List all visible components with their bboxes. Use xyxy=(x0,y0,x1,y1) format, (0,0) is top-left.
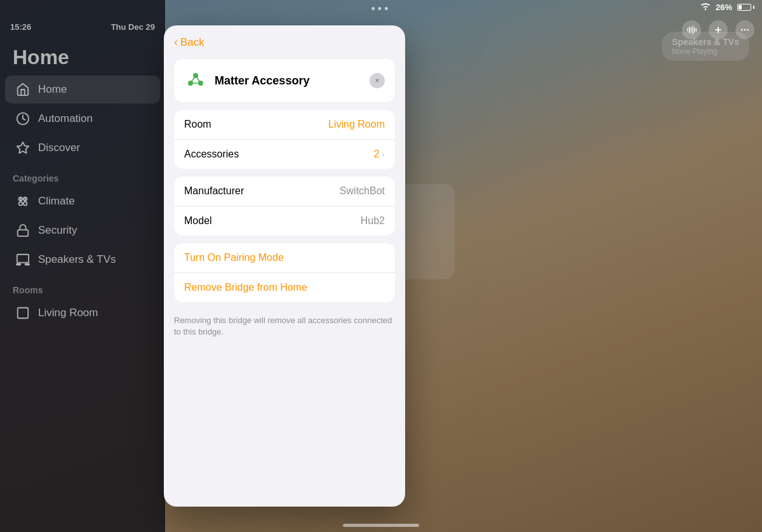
manufacturer-label: Manufacturer xyxy=(184,185,244,197)
room-value: Living Room xyxy=(328,119,385,130)
header-left: Matter Accessory xyxy=(184,69,309,92)
accessories-row[interactable]: Accessories 2 › xyxy=(174,140,395,169)
model-label: Model xyxy=(184,215,212,227)
svg-rect-17 xyxy=(694,27,695,32)
room-row[interactable]: Room Living Room xyxy=(174,110,395,140)
battery-icon xyxy=(737,4,754,11)
svg-rect-14 xyxy=(689,27,690,34)
actions-section: Turn On Pairing Mode Remove Bridge from … xyxy=(174,243,395,302)
modal-header-card: Matter Accessory × xyxy=(174,59,395,102)
svg-rect-13 xyxy=(687,28,688,31)
model-row: Model Hub2 xyxy=(174,206,395,236)
more-button[interactable] xyxy=(735,20,754,39)
bridge-note: Removing this bridge will remove all acc… xyxy=(164,310,405,348)
waveform-button[interactable] xyxy=(682,20,701,39)
accessories-value: 2 › xyxy=(373,149,385,160)
pairing-mode-button[interactable]: Turn On Pairing Mode xyxy=(174,243,395,273)
battery-percent: 26% xyxy=(716,3,732,12)
remove-bridge-button[interactable]: Remove Bridge from Home xyxy=(174,273,395,302)
svg-rect-15 xyxy=(691,27,692,32)
accessories-count: 2 xyxy=(373,149,379,160)
back-button[interactable]: ‹ Back xyxy=(164,25,405,54)
modal-panel: ‹ Back Matter Accessory × Room xyxy=(164,25,405,507)
back-chevron-icon: ‹ xyxy=(174,36,178,49)
room-label: Room xyxy=(184,119,211,130)
svg-rect-16 xyxy=(692,25,693,34)
svg-line-28 xyxy=(196,76,201,83)
home-bar xyxy=(343,524,419,527)
accessories-chevron-icon: › xyxy=(382,149,385,159)
modal-header-title: Matter Accessory xyxy=(215,74,309,88)
close-button[interactable]: × xyxy=(370,73,385,88)
accessories-label: Accessories xyxy=(184,149,239,160)
back-label: Back xyxy=(180,36,204,49)
matter-icon xyxy=(184,69,207,92)
wifi-icon xyxy=(700,3,711,12)
svg-rect-18 xyxy=(696,28,697,31)
svg-point-23 xyxy=(747,29,749,31)
add-button[interactable] xyxy=(709,20,728,39)
svg-point-22 xyxy=(744,29,746,31)
detail-section: Manufacturer SwitchBot Model Hub2 xyxy=(174,176,395,236)
close-icon: × xyxy=(375,76,379,85)
info-section: Room Living Room Accessories 2 › xyxy=(174,110,395,169)
topbar-dots: ••• xyxy=(371,3,391,16)
svg-line-27 xyxy=(190,76,196,83)
model-value: Hub2 xyxy=(361,215,385,227)
svg-point-21 xyxy=(741,29,743,31)
manufacturer-row: Manufacturer SwitchBot xyxy=(174,176,395,206)
manufacturer-value: SwitchBot xyxy=(340,185,385,197)
